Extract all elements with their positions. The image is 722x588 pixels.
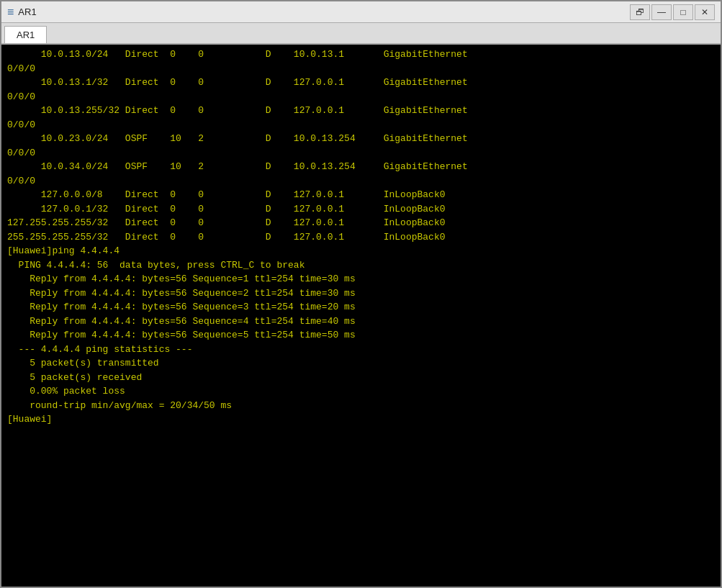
terminal-line: 127.0.0.1/32 Direct 0 0 D 127.0.0.1 InLo…	[7, 202, 715, 217]
terminal-line: 0/0/0	[7, 90, 715, 104]
tab-bar: AR1	[1, 23, 721, 45]
terminal-line: 0/0/0	[7, 146, 715, 160]
tab-ar1[interactable]: AR1	[4, 26, 47, 43]
terminal-line: 10.0.23.0/24 OSPF 10 2 D 10.0.13.254 Gig…	[7, 132, 715, 146]
terminal-line: Reply from 4.4.4.4: bytes=56 Sequence=3 …	[7, 300, 715, 315]
title-bar: ≡ AR1 🗗 — □ ✕	[1, 1, 721, 23]
terminal-line: 127.0.0.0/8 Direct 0 0 D 127.0.0.1 InLoo…	[7, 188, 715, 202]
terminal-line: --- 4.4.4.4 ping statistics ---	[7, 343, 715, 357]
terminal-line: 0/0/0	[7, 118, 715, 132]
terminal-line: 10.0.13.255/32 Direct 0 0 D 127.0.0.1 Gi…	[7, 104, 715, 118]
terminal-line: 0/0/0	[7, 174, 715, 189]
main-window: ≡ AR1 🗗 — □ ✕ AR1 10.0.13.0/24 Direct 0 …	[0, 0, 722, 588]
terminal-line: 5 packet(s) transmitted	[7, 356, 715, 371]
minimize-button[interactable]: —	[651, 4, 672, 20]
terminal-line: Reply from 4.4.4.4: bytes=56 Sequence=5 …	[7, 328, 715, 343]
terminal-line: 10.0.13.1/32 Direct 0 0 D 127.0.0.1 Giga…	[7, 76, 715, 90]
terminal-line: 127.255.255.255/32 Direct 0 0 D 127.0.0.…	[7, 216, 715, 230]
terminal-line: round-trip min/avg/max = 20/34/50 ms	[7, 399, 715, 413]
terminal-line: Reply from 4.4.4.4: bytes=56 Sequence=2 …	[7, 286, 715, 301]
terminal-line: 0/0/0	[7, 62, 715, 76]
terminal-line: PING 4.4.4.4: 56 data bytes, press CTRL_…	[7, 258, 715, 273]
terminal-line: 255.255.255.255/32 Direct 0 0 D 127.0.0.…	[7, 230, 715, 245]
window-controls: 🗗 — □ ✕	[630, 4, 715, 20]
window-title: AR1	[18, 6, 36, 17]
terminal-output: 10.0.13.0/24 Direct 0 0 D 10.0.13.1 Giga…	[7, 48, 715, 427]
terminal-line: 10.0.13.0/24 Direct 0 0 D 10.0.13.1 Giga…	[7, 48, 715, 62]
restore-button[interactable]: 🗗	[630, 4, 650, 20]
terminal-line: Reply from 4.4.4.4: bytes=56 Sequence=4 …	[7, 315, 715, 329]
maximize-button[interactable]: □	[673, 4, 693, 20]
terminal-line: 0.00% packet loss	[7, 384, 715, 399]
terminal-line: Reply from 4.4.4.4: bytes=56 Sequence=1 …	[7, 272, 715, 286]
terminal-line: [Huawei]ping 4.4.4.4	[7, 244, 715, 258]
app-icon: ≡	[7, 6, 14, 19]
close-button[interactable]: ✕	[695, 4, 715, 20]
terminal-content[interactable]: 10.0.13.0/24 Direct 0 0 D 10.0.13.1 Giga…	[1, 45, 721, 587]
terminal-line: 5 packet(s) received	[7, 371, 715, 385]
terminal-line: [Huawei]	[7, 412, 715, 427]
terminal-line: 10.0.34.0/24 OSPF 10 2 D 10.0.13.254 Gig…	[7, 160, 715, 174]
title-bar-left: ≡ AR1	[7, 6, 37, 19]
